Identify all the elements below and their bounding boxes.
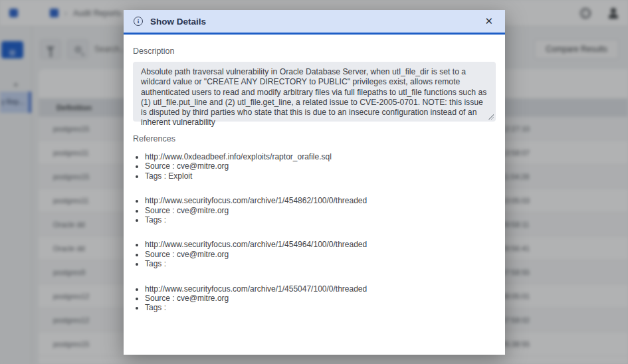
reference-source: Source : cve@mitre.org <box>145 206 496 215</box>
modal-title: Show Details <box>150 17 206 27</box>
reference-tags: Tags : <box>145 303 496 312</box>
reference-url[interactable]: http://www.securityfocus.com/archive/1/4… <box>145 196 496 205</box>
reference-url[interactable]: http://www.securityfocus.com/archive/1/4… <box>145 240 496 249</box>
reference-tags: Tags : Exploit <box>145 171 496 181</box>
reference-source: Source : cve@mitre.org <box>145 161 496 171</box>
close-icon[interactable]: ✕ <box>482 15 495 27</box>
reference-group: http://www.securityfocus.com/archive/1/4… <box>134 284 496 313</box>
reference-tags: Tags : <box>145 215 496 225</box>
reference-group: http://www.securityfocus.com/archive/1/4… <box>134 196 496 225</box>
reference-tags: Tags : <box>145 259 496 268</box>
reference-url[interactable]: http://www.0xdeadbeef.info/exploits/rapt… <box>145 152 496 161</box>
references-list: http://www.0xdeadbeef.info/exploits/rapt… <box>133 146 496 313</box>
resize-handle-icon[interactable] <box>488 114 494 120</box>
reference-group: http://www.0xdeadbeef.info/exploits/rapt… <box>134 152 496 181</box>
show-details-modal: i Show Details ✕ Description Absolute pa… <box>124 10 505 355</box>
reference-group: http://www.securityfocus.com/archive/1/4… <box>134 240 496 268</box>
modal-body: Description Absolute path traversal vuln… <box>124 35 505 328</box>
references-label: References <box>133 134 496 143</box>
reference-url[interactable]: http://www.securityfocus.com/archive/1/4… <box>145 284 496 294</box>
reference-source: Source : cve@mitre.org <box>145 250 496 259</box>
info-icon: i <box>134 17 143 26</box>
description-label: Description <box>133 46 496 56</box>
description-textarea[interactable]: Absolute path traversal vulnerability in… <box>133 62 496 122</box>
reference-source: Source : cve@mitre.org <box>145 294 496 303</box>
modal-header: i Show Details ✕ <box>124 10 505 35</box>
